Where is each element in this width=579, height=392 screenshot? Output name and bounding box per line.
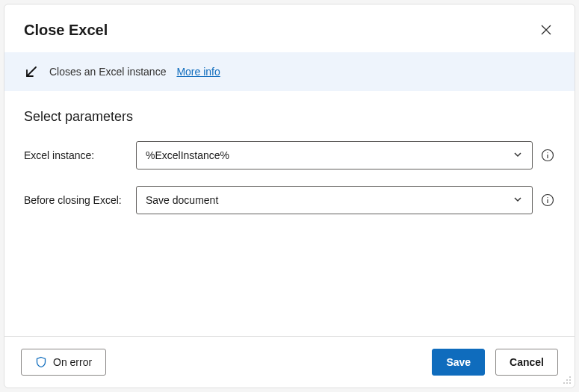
arrow-down-left-icon [24, 64, 39, 79]
info-icon [541, 193, 554, 207]
before-closing-value: Save document [146, 194, 218, 206]
info-description: Closes an Excel instance [49, 66, 166, 78]
svg-point-6 [566, 379, 568, 381]
more-info-link[interactable]: More info [176, 66, 220, 78]
info-bar: Closes an Excel instance More info [4, 52, 575, 91]
save-button[interactable]: Save [432, 349, 485, 376]
before-closing-label: Before closing Excel: [24, 194, 136, 206]
cancel-label: Cancel [510, 356, 544, 368]
save-label: Save [446, 356, 471, 368]
close-button[interactable] [534, 18, 558, 42]
svg-point-4 [569, 376, 571, 378]
close-excel-dialog: Close Excel Closes an Excel instance Mor… [4, 4, 575, 388]
excel-instance-select[interactable]: %ExcelInstance% [136, 141, 533, 169]
on-error-button[interactable]: On error [21, 349, 106, 376]
dialog-header: Close Excel [4, 4, 575, 52]
shield-icon [35, 356, 47, 368]
excel-instance-info-button[interactable] [540, 148, 555, 163]
svg-point-7 [569, 382, 571, 384]
chevron-down-icon [513, 194, 523, 207]
field-before-closing: Before closing Excel: Save document [24, 186, 555, 214]
field-excel-instance: Excel instance: %ExcelInstance% [24, 141, 555, 169]
svg-point-1 [547, 152, 548, 153]
dialog-title: Close Excel [24, 22, 108, 39]
on-error-label: On error [53, 356, 92, 368]
dialog-footer: On error Save Cancel [4, 336, 575, 388]
svg-point-3 [547, 197, 548, 198]
right-buttons: Save Cancel [432, 349, 558, 376]
cancel-button[interactable]: Cancel [495, 349, 558, 376]
section-title: Select parameters [24, 109, 555, 125]
before-closing-select[interactable]: Save document [136, 186, 533, 214]
svg-point-8 [566, 382, 568, 384]
resize-grip-icon[interactable] [561, 374, 572, 385]
close-icon [541, 25, 551, 35]
svg-point-5 [569, 379, 571, 381]
excel-instance-value: %ExcelInstance% [146, 149, 229, 161]
excel-instance-label: Excel instance: [24, 149, 136, 161]
before-closing-info-button[interactable] [540, 193, 555, 208]
svg-point-9 [563, 382, 565, 384]
dialog-body: Select parameters Excel instance: %Excel… [4, 91, 575, 336]
info-icon [541, 149, 554, 162]
chevron-down-icon [513, 149, 523, 162]
